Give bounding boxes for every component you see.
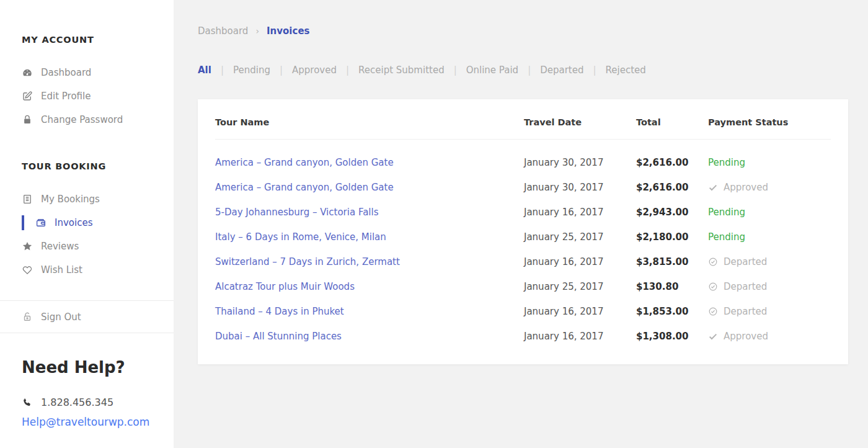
payment-status-label: Approved [724, 182, 768, 193]
payment-status-label: Pending [708, 231, 745, 243]
sidebar-item-reviews[interactable]: Reviews [0, 235, 174, 258]
tour-name-link[interactable]: Alcatraz Tour plus Muir Woods [215, 281, 355, 292]
payment-status: Departed [708, 281, 831, 292]
payment-status-label: Pending [708, 207, 745, 218]
sign-out-label: Sign Out [41, 311, 81, 323]
payment-status-label: Departed [724, 256, 767, 267]
column-header-travel-date: Travel Date [524, 117, 636, 127]
payment-status: Approved [708, 182, 831, 193]
filter-tab-online-paid[interactable]: Online Paid [466, 65, 518, 76]
column-header-total: Total [636, 117, 708, 127]
invoice-total: $3,815.00 [636, 256, 708, 267]
payment-status-label: Departed [724, 306, 767, 317]
payment-status: Departed [708, 306, 831, 317]
breadcrumb-separator-icon: › [255, 26, 259, 36]
column-header-payment-status: Payment Status [708, 117, 831, 127]
invoice-row: Thailand – 4 Days in PhuketJanuary 16, 2… [215, 299, 831, 324]
breadcrumb: Dashboard › Invoices [198, 25, 848, 37]
invoice-row: Switzerland – 7 Days in Zurich, ZermattJ… [215, 249, 831, 274]
table-header-row: Tour Name Travel Date Total Payment Stat… [215, 99, 831, 140]
lock-icon [22, 114, 33, 125]
help-email-link[interactable]: Help@traveltourwp.com [22, 416, 174, 428]
filter-tab-all[interactable]: All [198, 65, 211, 76]
sidebar-item-dashboard[interactable]: Dashboard [0, 61, 174, 84]
account-menu: DashboardEdit ProfileChange Password [0, 61, 174, 132]
wallet-icon [35, 217, 46, 228]
phone-icon [22, 397, 32, 408]
sidebar-section-heading-tour-booking: TOUR BOOKING [22, 132, 174, 171]
table-body: America – Grand canyon, Golden GateJanua… [215, 140, 831, 364]
sidebar-item-label: Wish List [41, 264, 82, 276]
invoice-total: $130.80 [636, 281, 708, 292]
filter-tab-rejected[interactable]: Rejected [606, 65, 646, 76]
phone-row: 1.828.456.345 [22, 396, 174, 408]
travel-date: January 16, 2017 [524, 306, 636, 317]
payment-status: Departed [708, 256, 831, 267]
travel-date: January 30, 2017 [524, 157, 636, 168]
sidebar-item-label: Edit Profile [41, 91, 91, 102]
circle-check-icon [708, 257, 718, 267]
sidebar-section-heading-my-account: MY ACCOUNT [22, 0, 174, 45]
dashboard-icon [22, 67, 33, 78]
tour-name-link[interactable]: 5-Day Johannesburg – Victoria Falls [215, 207, 378, 218]
filter-tab-receipt-submitted[interactable]: Receipt Submitted [358, 65, 445, 76]
breadcrumb-current-page: Invoices [267, 25, 309, 37]
sidebar-item-wish-list[interactable]: Wish List [0, 258, 174, 282]
travel-date: January 16, 2017 [524, 331, 636, 342]
tab-separator: | [528, 65, 531, 76]
invoice-row: Italy – 6 Days in Rome, Venice, MilanJan… [215, 225, 831, 249]
main-content: Dashboard › Invoices All|Pending|Approve… [174, 0, 868, 448]
invoice-total: $1,308.00 [636, 331, 708, 342]
edit-icon [22, 91, 33, 102]
sidebar-item-sign-out[interactable]: Sign Out [0, 300, 174, 333]
sidebar-item-label: Invoices [55, 217, 92, 228]
tab-separator: | [280, 65, 283, 76]
filter-tab-pending[interactable]: Pending [233, 65, 270, 76]
sidebar-item-label: Reviews [41, 241, 79, 252]
tour-name-link[interactable]: America – Grand canyon, Golden Gate [215, 182, 394, 193]
booking-menu: My BookingsInvoicesReviewsWish List [0, 187, 174, 282]
invoices-table-card: Tour Name Travel Date Total Payment Stat… [198, 99, 848, 364]
invoice-filter-tabs: All|Pending|Approved|Receipt Submitted|O… [198, 65, 848, 76]
invoice-row: Dubai – All Stunning PlacesJanuary 16, 2… [215, 324, 831, 349]
star-icon [22, 241, 33, 252]
tour-name-link[interactable]: Thailand – 4 Days in Phuket [215, 306, 344, 317]
sidebar-item-edit-profile[interactable]: Edit Profile [0, 84, 174, 108]
unlock-icon [22, 311, 33, 323]
tour-name-link[interactable]: America – Grand canyon, Golden Gate [215, 157, 394, 168]
heart-icon [22, 264, 33, 276]
tour-name-link[interactable]: Switzerland – 7 Days in Zurich, Zermatt [215, 256, 400, 267]
invoice-total: $2,943.00 [636, 207, 708, 218]
tab-separator: | [221, 65, 224, 76]
check-icon [708, 182, 718, 192]
payment-status-label: Approved [724, 331, 768, 342]
invoice-total: $1,853.00 [636, 306, 708, 317]
travel-date: January 25, 2017 [524, 281, 636, 292]
sidebar-item-change-password[interactable]: Change Password [0, 108, 174, 132]
breadcrumb-dashboard-link[interactable]: Dashboard [198, 25, 248, 37]
payment-status: Pending [708, 157, 831, 168]
payment-status: Pending [708, 231, 831, 243]
circle-check-icon [708, 282, 718, 292]
invoice-row: America – Grand canyon, Golden GateJanua… [215, 150, 831, 175]
payment-status-label: Pending [708, 157, 745, 168]
travel-date: January 16, 2017 [524, 207, 636, 218]
travel-date: January 16, 2017 [524, 256, 636, 267]
sidebar: MY ACCOUNT DashboardEdit ProfileChange P… [0, 0, 174, 448]
tour-name-link[interactable]: Dubai – All Stunning Places [215, 331, 342, 342]
sidebar-item-invoices[interactable]: Invoices [0, 211, 174, 235]
sidebar-item-label: My Bookings [41, 194, 100, 205]
tab-separator: | [454, 65, 457, 76]
tour-name-link[interactable]: Italy – 6 Days in Rome, Venice, Milan [215, 231, 386, 243]
travel-date: January 30, 2017 [524, 182, 636, 193]
sidebar-item-label: Change Password [41, 114, 123, 125]
payment-status: Approved [708, 331, 831, 342]
filter-tab-approved[interactable]: Approved [292, 65, 337, 76]
sidebar-item-my-bookings[interactable]: My Bookings [0, 187, 174, 211]
circle-check-icon [708, 307, 718, 316]
filter-tab-departed[interactable]: Departed [540, 65, 583, 76]
bookings-icon [22, 194, 33, 205]
tab-separator: | [593, 65, 596, 76]
tab-separator: | [346, 65, 349, 76]
invoice-row: America – Grand canyon, Golden GateJanua… [215, 175, 831, 200]
